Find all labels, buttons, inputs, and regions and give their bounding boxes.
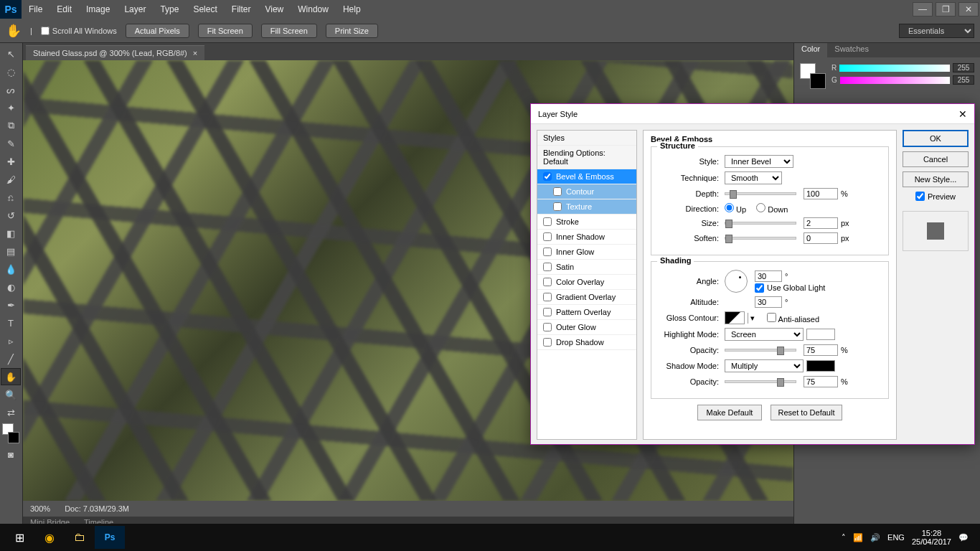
dialog-close-icon[interactable]: ✕ — [958, 108, 967, 120]
wifi-icon[interactable]: 📶 — [853, 533, 863, 542]
highlight-opacity-slider[interactable] — [725, 349, 796, 352]
eraser-tool[interactable]: ◧ — [1, 225, 21, 242]
style-checkbox[interactable] — [543, 172, 552, 181]
shadow-opacity-input[interactable] — [804, 376, 838, 387]
volume-icon[interactable]: 🔊 — [870, 533, 880, 542]
preview-check[interactable]: Preview — [903, 192, 969, 201]
shadow-color-chip[interactable] — [806, 360, 835, 372]
gradient-tool[interactable]: ▤ — [1, 242, 21, 260]
language-indicator[interactable]: ENG — [887, 533, 905, 542]
menu-filter[interactable]: Filter — [225, 4, 258, 14]
style-item-drop-shadow[interactable]: Drop Shadow — [537, 335, 636, 350]
style-checkbox[interactable] — [543, 338, 552, 347]
menu-layer[interactable]: Layer — [117, 4, 153, 14]
menu-help[interactable]: Help — [336, 4, 368, 14]
maximize-button[interactable]: ❐ — [936, 2, 956, 17]
style-select[interactable]: Inner Bevel — [725, 155, 793, 168]
blur-tool[interactable]: 💧 — [1, 260, 21, 278]
scroll-all-windows-check[interactable]: Scroll All Windows — [41, 27, 117, 35]
history-brush-tool[interactable]: ↺ — [1, 207, 21, 224]
style-item-pattern-overlay[interactable]: Pattern Overlay — [537, 305, 636, 320]
style-checkbox[interactable] — [543, 293, 552, 301]
scroll-all-checkbox[interactable] — [41, 27, 50, 35]
crop-tool[interactable]: ⧉ — [1, 117, 21, 134]
style-item-gradient-overlay[interactable]: Gradient Overlay — [537, 290, 636, 305]
direction-up-radio[interactable]: Up — [725, 203, 746, 214]
color-swatch-box[interactable] — [800, 63, 826, 89]
brush-tool[interactable]: 🖌 — [1, 171, 21, 188]
dodge-tool[interactable]: ◐ — [1, 278, 21, 296]
shadow-mode-select[interactable]: Multiply — [725, 359, 804, 372]
gloss-contour-picker[interactable] — [725, 311, 745, 324]
dialog-titlebar[interactable]: Layer Style ✕ — [531, 104, 974, 124]
soften-slider[interactable] — [725, 237, 796, 240]
tray-chevron-icon[interactable]: ˄ — [842, 533, 846, 542]
altitude-input[interactable] — [755, 296, 782, 308]
hand-tool[interactable]: ✋ — [1, 368, 21, 385]
start-button[interactable]: ⊞ — [4, 526, 34, 549]
style-item-inner-shadow[interactable]: Inner Shadow — [537, 230, 636, 245]
pen-tool[interactable]: ✒ — [1, 296, 21, 314]
zoom-level[interactable]: 300% — [30, 504, 50, 513]
menu-select[interactable]: Select — [186, 4, 224, 14]
menu-type[interactable]: Type — [153, 4, 186, 14]
style-checkbox[interactable] — [553, 202, 562, 211]
direction-down-radio[interactable]: Down — [756, 203, 788, 214]
reset-default-button[interactable]: Reset to Default — [771, 405, 842, 420]
marquee-tool[interactable]: ◌ — [1, 63, 21, 80]
style-checkbox[interactable] — [543, 263, 552, 271]
depth-slider[interactable] — [725, 192, 796, 195]
highlight-mode-select[interactable]: Screen — [725, 328, 804, 341]
minimize-button[interactable]: — — [913, 2, 933, 17]
quick-mask-tool[interactable]: ◙ — [1, 446, 21, 463]
new-style-button[interactable]: New Style... — [903, 171, 969, 187]
move-tool[interactable]: ↖ — [1, 45, 21, 62]
angle-input[interactable] — [755, 270, 782, 282]
fill-screen-button[interactable]: Fill Screen — [261, 24, 317, 38]
actual-pixels-button[interactable]: Actual Pixels — [126, 24, 189, 38]
swatches-tab[interactable]: Swatches — [827, 43, 876, 57]
soften-input[interactable] — [804, 232, 838, 244]
blending-options-item[interactable]: Blending Options: Default — [537, 146, 636, 169]
color-tab[interactable]: Color — [794, 43, 827, 57]
r-slider[interactable] — [839, 65, 950, 72]
print-size-button[interactable]: Print Size — [326, 24, 378, 38]
shadow-opacity-slider[interactable] — [725, 380, 796, 383]
menu-edit[interactable]: Edit — [50, 4, 79, 14]
photoshop-taskbar-icon[interactable]: Ps — [95, 526, 125, 549]
depth-input[interactable] — [804, 188, 838, 199]
line-tool[interactable]: ╱ — [1, 350, 21, 367]
ok-button[interactable]: OK — [903, 130, 969, 147]
cancel-button[interactable]: Cancel — [903, 151, 969, 167]
highlight-color-chip[interactable] — [806, 329, 835, 340]
wand-tool[interactable]: ✦ — [1, 99, 21, 116]
g-slider[interactable] — [840, 77, 950, 84]
style-checkbox[interactable] — [543, 217, 552, 226]
workspace-selector[interactable]: Essentials — [899, 24, 974, 38]
menu-view[interactable]: View — [258, 4, 291, 14]
type-tool[interactable]: T — [1, 314, 21, 331]
menu-image[interactable]: Image — [79, 4, 117, 14]
style-checkbox[interactable] — [543, 278, 552, 286]
close-button[interactable]: ✕ — [958, 2, 979, 17]
menu-file[interactable]: File — [22, 4, 50, 14]
antialiased-check[interactable]: Anti-aliased — [767, 313, 819, 324]
size-slider[interactable] — [725, 222, 796, 225]
close-tab-icon[interactable]: × — [193, 49, 197, 57]
heal-tool[interactable]: ✚ — [1, 153, 21, 170]
menu-window[interactable]: Window — [291, 4, 336, 14]
path-tool[interactable]: ▹ — [1, 332, 21, 349]
angle-dial[interactable] — [725, 270, 748, 293]
style-checkbox[interactable] — [553, 187, 562, 196]
size-input[interactable] — [804, 217, 838, 229]
eyedropper-tool[interactable]: ✎ — [1, 135, 21, 152]
style-item-stroke[interactable]: Stroke — [537, 215, 636, 230]
style-checkbox[interactable] — [543, 323, 552, 331]
style-item-contour[interactable]: Contour — [537, 184, 636, 199]
lasso-tool[interactable]: ᔕ — [1, 81, 21, 98]
style-checkbox[interactable] — [543, 308, 552, 316]
zoom-tool[interactable]: 🔍 — [1, 386, 21, 403]
fit-screen-button[interactable]: Fit Screen — [198, 24, 253, 38]
chrome-icon[interactable]: ◉ — [34, 526, 65, 549]
swap-colors-icon[interactable]: ⇄ — [1, 404, 21, 421]
